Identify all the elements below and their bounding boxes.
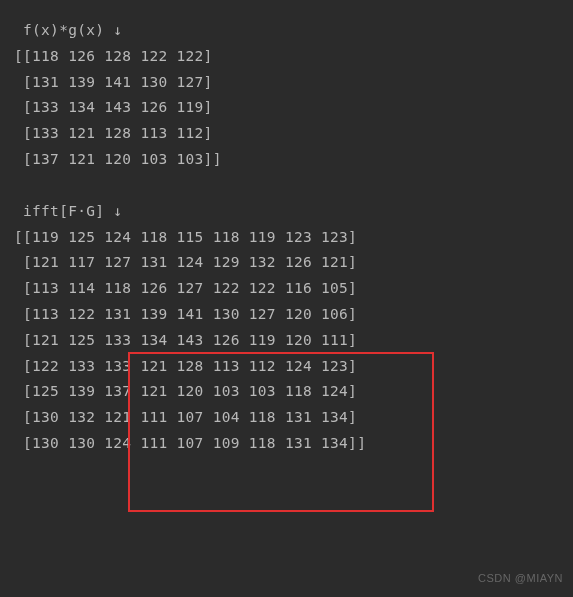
output-label-convolution: f(x)*g(x) ↓ [14, 18, 573, 44]
matrix1-row: [137 121 120 103 103]] [14, 147, 573, 173]
matrix2-row: [113 114 118 126 127 122 122 116 105] [14, 276, 573, 302]
matrix2-row: [121 117 127 131 124 129 132 126 121] [14, 250, 573, 276]
matrix1-row: [[118 126 128 122 122] [14, 44, 573, 70]
output-label-ifft: ifft[F·G] ↓ [14, 199, 573, 225]
matrix2-row: [[119 125 124 118 115 118 119 123 123] [14, 225, 573, 251]
matrix1-row: [131 139 141 130 127] [14, 70, 573, 96]
matrix2-row: [130 132 121 111 107 104 118 131 134] [14, 405, 573, 431]
matrix2-row: [130 130 124 111 107 109 118 131 134]] [14, 431, 573, 457]
matrix1-row: [133 121 128 113 112] [14, 121, 573, 147]
matrix2-row: [121 125 133 134 143 126 119 120 111] [14, 328, 573, 354]
matrix2-row: [125 139 137 121 120 103 103 118 124] [14, 379, 573, 405]
blank-line [14, 173, 573, 199]
matrix1-row: [133 134 143 126 119] [14, 95, 573, 121]
matrix2-row: [122 133 133 121 128 113 112 124 123] [14, 354, 573, 380]
watermark-text: CSDN @MIAYN [478, 569, 563, 589]
matrix2-row: [113 122 131 139 141 130 127 120 106] [14, 302, 573, 328]
